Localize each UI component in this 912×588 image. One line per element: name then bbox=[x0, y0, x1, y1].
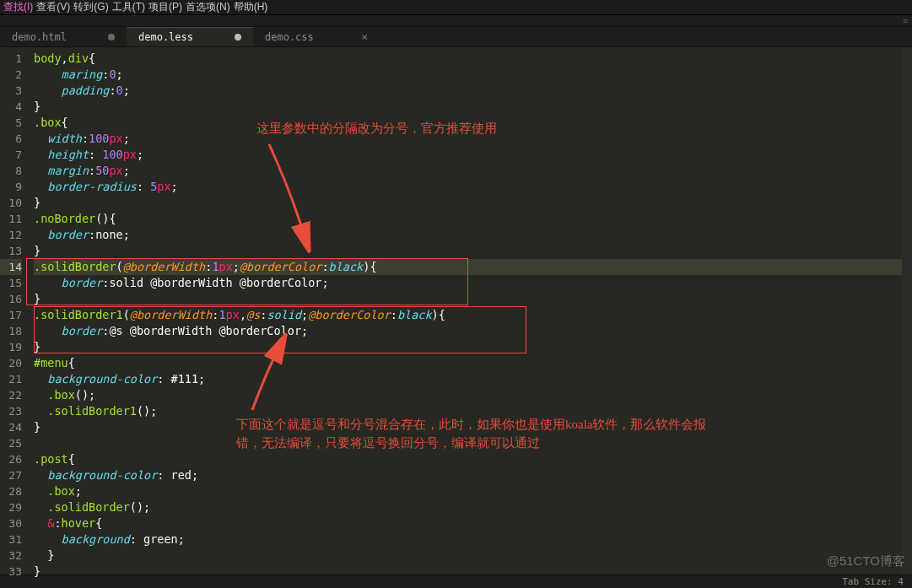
code-line[interactable]: border:@s @borderWidth @borderColor; bbox=[34, 323, 912, 339]
code-line[interactable]: .noBorder(){ bbox=[34, 211, 912, 227]
line-number: 8 bbox=[0, 163, 22, 179]
line-number: 19 bbox=[0, 339, 22, 355]
watermark: @51CTO博客 bbox=[827, 553, 905, 569]
line-number: 11 bbox=[0, 211, 22, 227]
tab-label: demo.html bbox=[12, 31, 100, 43]
line-number: 14 bbox=[0, 259, 22, 275]
line-number: 3 bbox=[0, 83, 22, 99]
line-number: 24 bbox=[0, 419, 22, 435]
line-number: 2 bbox=[0, 67, 22, 83]
menu-item[interactable]: 项目(P) bbox=[148, 0, 182, 14]
code-line[interactable]: background-color: #111; bbox=[34, 371, 912, 387]
code-line[interactable]: } bbox=[34, 339, 912, 355]
line-number: 7 bbox=[0, 147, 22, 163]
line-number: 22 bbox=[0, 387, 22, 403]
code-line[interactable]: height: 100px; bbox=[34, 147, 912, 163]
menu-item[interactable]: 查看(V) bbox=[36, 0, 70, 14]
panel-grip-icon: ≡ bbox=[903, 16, 912, 25]
code-line[interactable]: .box; bbox=[34, 483, 912, 499]
line-number: 1 bbox=[0, 51, 22, 67]
line-number: 15 bbox=[0, 275, 22, 291]
menu-item[interactable]: 转到(G) bbox=[73, 0, 108, 14]
menu-find[interactable]: 查找(I) bbox=[3, 1, 33, 13]
code-line[interactable]: #menu{ bbox=[34, 355, 912, 371]
code-line[interactable]: .post{ bbox=[34, 451, 912, 467]
line-number: 12 bbox=[0, 227, 22, 243]
code-line[interactable] bbox=[34, 435, 912, 451]
dirty-indicator-icon bbox=[108, 34, 115, 40]
code-line[interactable]: maring:0; bbox=[34, 67, 912, 83]
code-line[interactable]: .solidBorder1(@borderWidth:1px,@s:solid;… bbox=[34, 307, 912, 323]
code-line[interactable]: &:hover{ bbox=[34, 515, 912, 531]
line-number: 26 bbox=[0, 451, 22, 467]
line-number: 20 bbox=[0, 355, 22, 371]
menu-item[interactable]: 首选项(N) bbox=[186, 0, 230, 14]
line-number: 27 bbox=[0, 467, 22, 483]
line-number: 21 bbox=[0, 371, 22, 387]
code-line[interactable]: padding:0; bbox=[34, 83, 912, 99]
code-line[interactable]: } bbox=[34, 195, 912, 211]
line-number: 17 bbox=[0, 307, 22, 323]
code-line[interactable]: body,div{ bbox=[34, 51, 912, 67]
code-line[interactable]: .solidBorder(@borderWidth:1px;@borderCol… bbox=[34, 259, 912, 275]
line-number: 28 bbox=[0, 483, 22, 499]
line-number: 5 bbox=[0, 115, 22, 131]
menu-item[interactable]: 工具(T) bbox=[112, 0, 145, 14]
line-number-gutter: 1234567891011121314151617181920212223242… bbox=[0, 47, 29, 575]
tab-demo-html[interactable]: demo.html bbox=[0, 27, 127, 46]
code-line[interactable]: width:100px; bbox=[34, 131, 912, 147]
code-content[interactable]: body,div{ maring:0; padding:0;}.box{ wid… bbox=[29, 47, 912, 575]
editor-area[interactable]: 1234567891011121314151617181920212223242… bbox=[0, 47, 912, 575]
line-number: 33 bbox=[0, 564, 22, 580]
line-number: 30 bbox=[0, 515, 22, 531]
code-line[interactable]: } bbox=[34, 291, 912, 307]
line-number: 29 bbox=[0, 499, 22, 515]
panel-strip: ≡ bbox=[0, 15, 912, 27]
line-number: 31 bbox=[0, 531, 22, 548]
line-number: 13 bbox=[0, 243, 22, 259]
code-line[interactable]: } bbox=[34, 243, 912, 259]
code-line[interactable]: background: green; bbox=[34, 531, 912, 548]
code-line[interactable]: .box(); bbox=[34, 387, 912, 403]
menu-item[interactable]: 查找(I) bbox=[3, 0, 33, 14]
code-line[interactable]: } bbox=[34, 99, 912, 115]
tab-demo-css[interactable]: demo.css × bbox=[253, 27, 380, 46]
code-line[interactable]: } bbox=[34, 419, 912, 435]
code-line[interactable]: border-radius: 5px; bbox=[34, 179, 912, 195]
code-line[interactable]: background-color: red; bbox=[34, 467, 912, 483]
code-line[interactable]: .solidBorder1(); bbox=[34, 403, 912, 419]
tab-label: demo.css bbox=[265, 31, 353, 43]
line-number: 4 bbox=[0, 99, 22, 115]
menu-bar[interactable]: 查找(I) 查看(V) 转到(G) 工具(T) 项目(P) 首选项(N) 帮助(… bbox=[0, 0, 912, 15]
tab-demo-less[interactable]: demo.less bbox=[127, 27, 253, 46]
code-line[interactable]: } bbox=[34, 564, 912, 580]
tab-bar[interactable]: demo.html demo.less demo.css × bbox=[0, 27, 912, 47]
minimap[interactable] bbox=[902, 47, 912, 575]
line-number: 6 bbox=[0, 131, 22, 147]
code-line[interactable]: .box{ bbox=[34, 115, 912, 131]
line-number: 32 bbox=[0, 548, 22, 564]
code-line[interactable]: margin:50px; bbox=[34, 163, 912, 179]
line-number: 18 bbox=[0, 323, 22, 339]
tab-label: demo.less bbox=[138, 31, 226, 43]
menu-item[interactable]: 帮助(H) bbox=[234, 0, 268, 14]
line-number: 10 bbox=[0, 195, 22, 211]
code-line[interactable]: border:solid @borderWidth @borderColor; bbox=[34, 275, 912, 291]
line-number: 9 bbox=[0, 179, 22, 195]
line-number: 25 bbox=[0, 435, 22, 451]
code-line[interactable]: .solidBorder(); bbox=[34, 499, 912, 515]
line-number: 16 bbox=[0, 291, 22, 307]
line-number: 23 bbox=[0, 403, 22, 419]
code-line[interactable]: } bbox=[34, 548, 912, 564]
close-icon[interactable]: × bbox=[361, 31, 368, 42]
code-line[interactable]: border:none; bbox=[34, 227, 912, 243]
dirty-indicator-icon bbox=[235, 34, 241, 40]
